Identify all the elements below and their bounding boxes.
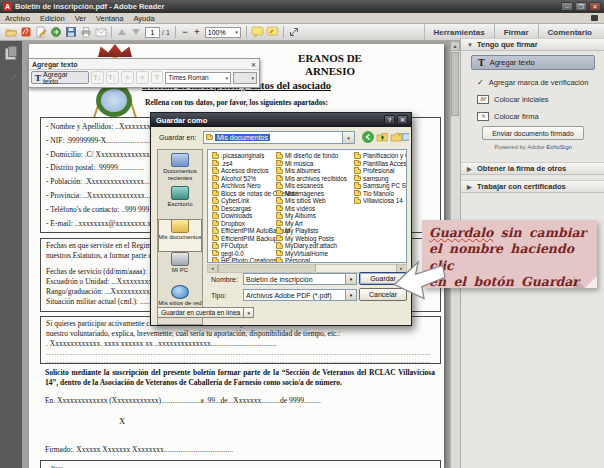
folder-item[interactable]: My Playlists	[276, 227, 347, 235]
folder-icon	[354, 176, 361, 181]
font-family-select[interactable]: Times Roman ▾	[165, 72, 231, 84]
text-color-icon[interactable]: T	[151, 71, 164, 84]
panel-header-obtener-firma[interactable]: ▶ Obtener la firma de otros	[461, 162, 604, 175]
folder-item[interactable]: Samsung PC Studio	[354, 182, 407, 190]
close-icon[interactable]: ✕	[251, 61, 256, 68]
page-thumbnails-icon[interactable]	[5, 48, 16, 60]
open-file-icon[interactable]	[3, 25, 18, 39]
folder-item[interactable]: Tio Manolo	[354, 190, 407, 198]
filename-input[interactable]: Boletín de inscripción ▾	[243, 273, 357, 285]
menu-item[interactable]: Ver	[70, 14, 91, 23]
folder-item[interactable]: Villaviciosa 14	[354, 197, 407, 205]
document-window-button[interactable]	[591, 15, 598, 21]
folder-icon	[276, 221, 283, 226]
place-documentos-recientes[interactable]: Documentos recientes	[158, 153, 202, 186]
save-icon[interactable]	[63, 25, 78, 39]
folder-item[interactable]: Mis sitios Web	[276, 197, 347, 205]
scrollbar-thumb[interactable]	[451, 52, 459, 116]
folder-item[interactable]: Mis álbumes	[276, 167, 347, 175]
menu-item[interactable]: Edición	[35, 14, 70, 23]
association-header: ERANOS DE ARNESIO	[255, 52, 405, 78]
save-online-button[interactable]: Guardar en cuenta en línea ▾	[157, 307, 254, 318]
char-spacing-icon[interactable]: ≡	[136, 71, 149, 84]
back-icon[interactable]	[361, 131, 375, 143]
filetype-select[interactable]: Archivos Adobe PDF (*.pdf) ▾	[243, 289, 357, 301]
add-text-sidebar-button[interactable]: T Agregar texto	[471, 55, 595, 70]
views-icon[interactable]	[401, 131, 410, 143]
footer-note: Para ...................................…	[51, 463, 440, 468]
email-icon[interactable]	[93, 25, 108, 39]
place-initials-item[interactable]: IM Colocar iniciales	[477, 93, 601, 105]
dialog-close-button[interactable]: ✕	[397, 115, 408, 125]
folder-column-3: Planificación y OrganizPlantillas Access…	[354, 152, 407, 205]
folder-icon	[276, 214, 283, 219]
folder-item[interactable]: Mis imágenes	[276, 190, 347, 198]
convert-pdf-icon[interactable]	[18, 25, 33, 39]
folder-item[interactable]: Mis archivos recibidos	[276, 175, 347, 183]
window-title: Boletín de inscripción.pdf - Adobe Reade…	[15, 2, 164, 11]
sign-pen-icon[interactable]	[33, 25, 48, 39]
folder-item[interactable]: My Albums	[276, 212, 347, 220]
folder-item[interactable]: samsung	[354, 175, 407, 183]
folder-item[interactable]: Mis escaneos	[276, 182, 347, 190]
folder-item[interactable]: Personal	[276, 257, 347, 263]
increase-size-icon[interactable]: T↑	[106, 71, 119, 84]
sticky-note-annotation[interactable]: Guardalo sin cambiar el nombre haciendo …	[422, 220, 597, 288]
panel-header-tengo-que-firmar[interactable]: ▼ Tengo que firmar	[461, 38, 604, 51]
up-one-level-icon[interactable]	[375, 131, 389, 143]
add-text-tool-button[interactable]: T Agregar texto	[31, 71, 89, 84]
place-mis-documentos[interactable]: Mis documentos	[158, 219, 202, 252]
menu-item[interactable]: Archivo	[0, 14, 35, 23]
folder-item[interactable]: Mi música	[276, 160, 347, 168]
folder-item[interactable]: Mi diseño de fondo	[276, 152, 347, 160]
folder-icon	[276, 244, 283, 249]
chevron-down-icon: ▾	[244, 307, 254, 318]
folder-item[interactable]: My Weblog Posts	[276, 235, 347, 243]
dialog-title: Guardar como	[156, 116, 207, 125]
echosign-link[interactable]: EchoSign	[546, 144, 572, 150]
zoom-level-select[interactable]: 100% ▾	[205, 27, 241, 38]
highlight-comment-icon[interactable]	[265, 25, 280, 39]
scroll-up-icon[interactable]: ▲	[450, 41, 460, 51]
menu-item[interactable]: Ayuda	[128, 14, 159, 23]
decrease-size-icon[interactable]: T↓	[91, 71, 104, 84]
menu-item[interactable]: Ventana	[91, 14, 129, 23]
place-mi-pc[interactable]: Mi PC	[158, 252, 202, 285]
print-icon[interactable]	[78, 25, 93, 39]
previous-page-icon[interactable]	[118, 29, 126, 35]
attachment-icon[interactable]	[5, 68, 18, 81]
page-number-input[interactable]	[145, 27, 160, 38]
folder-item[interactable]: My Art	[276, 220, 347, 228]
zoom-out-button[interactable]: −	[179, 27, 191, 37]
font-size-select[interactable]: ▾	[233, 72, 257, 84]
folder-item[interactable]: MyDiary.edf.attach	[276, 242, 347, 250]
share-icon[interactable]	[48, 25, 63, 39]
signature-icon: ✎	[477, 112, 489, 121]
sticky-note-comment-icon[interactable]	[250, 25, 265, 39]
expand-arrows-icon[interactable]	[287, 25, 302, 39]
minimize-button[interactable]: –	[561, 2, 573, 11]
folder-item[interactable]: MyVirtualHome	[276, 250, 347, 258]
line-spacing-icon[interactable]: ≡	[121, 71, 134, 84]
send-signed-document-button[interactable]: Enviar documento firmado	[482, 126, 584, 140]
folder-item[interactable]: Planificación y Organiz	[354, 152, 407, 160]
navigation-pane-strip	[0, 41, 22, 468]
add-checkmark-item[interactable]: ✓ Agregar marca de verificación	[477, 76, 601, 88]
panel-header-certificados[interactable]: ▶ Trabajar con certificados	[461, 180, 604, 193]
zoom-in-button[interactable]: +	[191, 27, 203, 37]
save-in-combobox[interactable]: Mis documentos ▾	[203, 131, 355, 144]
place-escritorio[interactable]: Escritorio	[158, 186, 202, 219]
folder-item[interactable]: Mis vídeos	[276, 205, 347, 213]
folder-item[interactable]: Profesional	[354, 167, 407, 175]
help-button[interactable]: ?	[384, 115, 395, 125]
place-signature-item[interactable]: ✎ Colocar firma	[477, 110, 601, 122]
close-button[interactable]: ✕	[589, 2, 601, 11]
folder-icon	[212, 199, 219, 204]
restore-button[interactable]: ❐	[575, 2, 587, 11]
chevron-down-icon: ▾	[345, 274, 356, 284]
folder-item[interactable]: Plantillas Access	[354, 160, 407, 168]
scroll-left-icon[interactable]: ◂	[208, 265, 218, 272]
scrollbar-thumb[interactable]	[218, 265, 316, 272]
x-mark: X	[119, 416, 125, 426]
next-page-icon[interactable]	[132, 29, 140, 35]
